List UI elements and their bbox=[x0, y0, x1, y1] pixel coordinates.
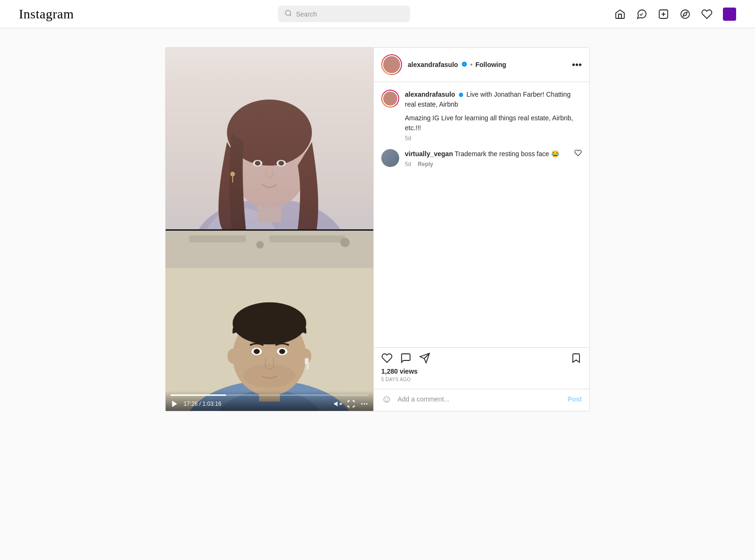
comment-button[interactable] bbox=[400, 352, 411, 364]
svg-rect-23 bbox=[269, 235, 345, 242]
post-caption-item: alexandrafasulo Live with Jonathan Farbe… bbox=[381, 90, 582, 142]
svg-rect-22 bbox=[189, 235, 246, 242]
commenter-avatar[interactable] bbox=[381, 149, 399, 167]
home-icon[interactable] bbox=[614, 8, 626, 20]
comment-item: virtually_vegan Trademark the resting bo… bbox=[381, 149, 582, 167]
svg-point-32 bbox=[227, 349, 239, 364]
video-controls: 17:26 / 1:03:16 bbox=[166, 391, 373, 411]
nav-icons bbox=[614, 8, 736, 21]
search-input[interactable] bbox=[296, 10, 403, 18]
play-icon[interactable] bbox=[170, 400, 179, 408]
svg-point-37 bbox=[254, 349, 260, 354]
progress-bar[interactable] bbox=[170, 394, 369, 396]
share-button[interactable] bbox=[419, 352, 430, 364]
comment-content: Trademark the resting boss face 😂 bbox=[455, 150, 559, 158]
caption-extra: Amazing IG Live for learning all things … bbox=[405, 113, 582, 133]
search-icon bbox=[285, 9, 292, 18]
create-icon[interactable] bbox=[658, 8, 669, 20]
svg-point-18 bbox=[230, 172, 235, 176]
svg-point-24 bbox=[256, 241, 264, 249]
more-icon[interactable]: ••• bbox=[572, 59, 582, 70]
video-top-panel bbox=[166, 48, 373, 229]
more-options-icon[interactable] bbox=[360, 400, 369, 408]
svg-marker-6 bbox=[683, 12, 687, 16]
post-actions: 1,280 views 5 Days Ago bbox=[374, 347, 589, 389]
right-side: alexandrafasulo • Following ••• bbox=[373, 48, 589, 411]
svg-rect-34 bbox=[305, 358, 309, 365]
caption-time: 5d bbox=[405, 135, 582, 142]
following-label[interactable]: Following bbox=[476, 61, 506, 68]
post-header: alexandrafasulo • Following ••• bbox=[374, 48, 589, 82]
fullscreen-icon[interactable] bbox=[347, 400, 355, 408]
svg-point-40 bbox=[243, 364, 295, 388]
post-username[interactable]: alexandrafasulo bbox=[408, 61, 458, 68]
reply-button[interactable]: Reply bbox=[418, 161, 433, 167]
svg-point-17 bbox=[278, 161, 284, 166]
svg-point-45 bbox=[361, 403, 362, 405]
comment-text: virtually_vegan Trademark the resting bo… bbox=[405, 149, 569, 159]
svg-point-47 bbox=[366, 403, 368, 405]
comment-body: virtually_vegan Trademark the resting bo… bbox=[405, 149, 569, 167]
post-header-info: alexandrafasulo • Following bbox=[408, 61, 572, 69]
svg-marker-41 bbox=[172, 401, 177, 407]
post-container: 17:26 / 1:03:16 bbox=[165, 47, 590, 411]
verified-caption bbox=[457, 91, 467, 98]
progress-fill bbox=[170, 394, 226, 396]
post-comment-button[interactable]: Post bbox=[568, 395, 582, 403]
video-time: 17:26 / 1:03:16 bbox=[184, 401, 221, 407]
user-avatar-nav[interactable] bbox=[723, 8, 736, 21]
messenger-icon[interactable] bbox=[636, 8, 647, 20]
heart-icon[interactable] bbox=[701, 8, 713, 20]
main-content: 17:26 / 1:03:16 bbox=[0, 28, 755, 430]
instagram-logo: Instagram bbox=[19, 7, 74, 22]
header: Instagram bbox=[0, 0, 755, 28]
comments-area: alexandrafasulo Live with Jonathan Farbe… bbox=[374, 82, 589, 347]
svg-point-5 bbox=[681, 10, 689, 18]
svg-point-0 bbox=[285, 10, 291, 16]
comment-time: 5d bbox=[405, 161, 411, 167]
svg-point-13 bbox=[260, 107, 298, 125]
svg-rect-35 bbox=[307, 365, 309, 369]
post-avatar[interactable] bbox=[381, 54, 402, 75]
caption-avatar[interactable] bbox=[381, 90, 399, 108]
bookmark-button[interactable] bbox=[570, 352, 582, 364]
search-bar[interactable] bbox=[278, 6, 410, 22]
svg-point-46 bbox=[364, 403, 365, 405]
svg-point-39 bbox=[279, 349, 285, 354]
comment-like-button[interactable] bbox=[574, 149, 582, 159]
verified-badge bbox=[461, 61, 468, 69]
svg-point-15 bbox=[255, 161, 260, 166]
separator: • bbox=[470, 61, 473, 68]
explore-icon[interactable] bbox=[680, 8, 691, 20]
caption-body: alexandrafasulo Live with Jonathan Farbe… bbox=[405, 90, 582, 142]
mute-icon[interactable] bbox=[334, 400, 342, 408]
svg-marker-42 bbox=[335, 401, 338, 407]
views-count: 1,280 views bbox=[381, 368, 582, 375]
comment-input[interactable] bbox=[397, 395, 562, 403]
video-bottom-panel: 17:26 / 1:03:16 bbox=[166, 229, 373, 411]
emoji-icon[interactable]: ☺ bbox=[381, 393, 392, 405]
caption-username[interactable]: alexandrafasulo bbox=[405, 91, 455, 98]
post-date: 5 Days Ago bbox=[381, 377, 582, 382]
caption-text: alexandrafasulo Live with Jonathan Farbe… bbox=[405, 90, 582, 109]
svg-point-25 bbox=[340, 238, 350, 247]
commenter-username[interactable]: virtually_vegan bbox=[405, 150, 453, 158]
like-button[interactable] bbox=[381, 352, 393, 364]
video-side: 17:26 / 1:03:16 bbox=[166, 48, 373, 411]
add-comment-row: ☺ Post bbox=[374, 389, 589, 411]
svg-line-1 bbox=[290, 15, 291, 16]
